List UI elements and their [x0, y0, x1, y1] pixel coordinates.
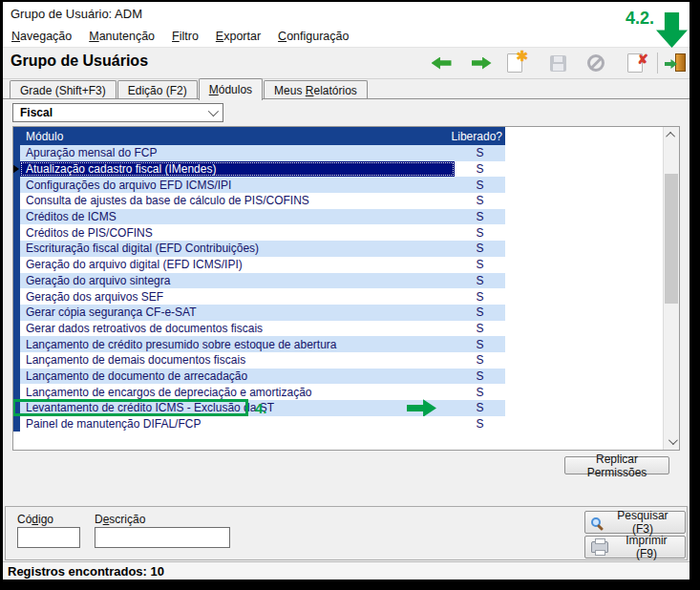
- table-row[interactable]: Escrituração fiscal digital (EFD Contrib…: [13, 241, 679, 257]
- module-cell[interactable]: Gerar dados retroativos de documentos fi…: [20, 321, 455, 337]
- scroll-up-button[interactable]: [664, 127, 679, 143]
- row-indicator: [13, 241, 20, 257]
- descricao-input[interactable]: [95, 527, 230, 548]
- liberado-cell: S: [455, 400, 505, 416]
- table-row[interactable]: Atualização cadastro fiscal (IMendes)S: [13, 161, 679, 178]
- row-filler: [505, 321, 679, 337]
- table-row[interactable]: Configurações do arquivo EFD ICMS/IPIS: [13, 177, 679, 193]
- table-row[interactable]: Créditos de PIS/COFINSS: [13, 224, 679, 241]
- tab-edicao[interactable]: Edição (F2): [117, 80, 198, 99]
- liberado-cell: S: [455, 224, 505, 241]
- cancel-button[interactable]: [584, 51, 607, 75]
- column-header-liberado[interactable]: Liberado?: [455, 127, 505, 145]
- module-cell[interactable]: Geração do arquivo sintegra: [20, 273, 455, 289]
- category-filter-select[interactable]: Fiscal: [12, 103, 223, 122]
- table-row[interactable]: Painel de manutenção DIFAL/FCPS: [13, 416, 679, 432]
- modules-tab-page: Fiscal Módulo Liberado? Apuração mensal …: [3, 98, 689, 506]
- row-indicator: [13, 400, 20, 416]
- module-cell[interactable]: Lançamento de documento de arrecadação: [20, 369, 455, 385]
- module-cell[interactable]: Geração do arquivo digital (EFD ICMS/IPI…: [20, 257, 455, 273]
- module-cell[interactable]: Lançamento de encargos de depreciação e …: [20, 384, 455, 400]
- replicar-permissoes-button[interactable]: Replicar Permissões: [564, 456, 669, 474]
- previous-record-button[interactable]: [430, 51, 453, 75]
- module-cell[interactable]: Créditos de PIS/COFINS: [20, 224, 455, 241]
- search-panel: Código Descrição Pesquisar (F3) Imprimir…: [5, 506, 688, 560]
- table-row[interactable]: Gerar dados retroativos de documentos fi…: [13, 321, 679, 337]
- table-row[interactable]: Consulta de ajustes da base de cálculo d…: [13, 193, 679, 209]
- table-row[interactable]: Geração dos arquivos SEFS: [13, 288, 679, 305]
- module-cell[interactable]: Escrituração fiscal digital (EFD Contrib…: [20, 241, 455, 257]
- liberado-cell: S: [455, 273, 505, 289]
- descricao-label: Descrição: [95, 513, 145, 526]
- row-indicator: [13, 161, 20, 178]
- tab-grade[interactable]: Grade (Shift+F3): [10, 80, 117, 99]
- liberado-cell: S: [455, 241, 505, 257]
- module-cell[interactable]: Apuração mensal do FCP: [20, 145, 455, 161]
- category-filter-value: Fiscal: [20, 106, 53, 119]
- new-record-button[interactable]: [503, 51, 526, 75]
- table-row[interactable]: Geração do arquivo digital (EFD ICMS/IPI…: [13, 257, 679, 273]
- module-cell[interactable]: Lançamento de crédito presumido sobre es…: [20, 336, 455, 352]
- module-cell[interactable]: Lançamento de demais documentos fiscais: [20, 352, 455, 369]
- vertical-scrollbar[interactable]: [663, 127, 679, 450]
- delete-record-button[interactable]: [624, 51, 647, 75]
- table-row[interactable]: Lançamento de crédito presumido sobre es…: [13, 336, 679, 352]
- module-cell[interactable]: Atualização cadastro fiscal (IMendes): [20, 161, 455, 178]
- liberado-cell: S: [455, 321, 505, 337]
- table-row[interactable]: Levantamento de crédito ICMS - Exclusão …: [13, 400, 679, 416]
- imprimir-label: Imprimir (F9): [614, 534, 679, 560]
- table-row[interactable]: Lançamento de encargos de depreciação e …: [13, 384, 679, 400]
- menu-navegacao[interactable]: Navegação: [3, 26, 80, 47]
- module-cell[interactable]: Configurações do arquivo EFD ICMS/IPI: [20, 177, 455, 193]
- arrow-left-icon: [432, 57, 452, 70]
- table-row[interactable]: Geração do arquivo sintegraS: [13, 273, 679, 289]
- arrow-right-icon: [472, 57, 492, 70]
- module-cell[interactable]: Créditos de ICMS: [20, 209, 455, 225]
- tab-modulos[interactable]: Módulos: [199, 78, 263, 100]
- table-row[interactable]: Gerar cópia segurança CF-e-SATS: [13, 305, 679, 321]
- liberado-cell: S: [455, 384, 505, 400]
- menu-configuracao[interactable]: Configuração: [269, 26, 357, 47]
- column-header-modulo[interactable]: Módulo: [20, 127, 455, 145]
- module-cell[interactable]: Consulta de ajustes da base de cálculo d…: [20, 193, 455, 209]
- row-indicator: [13, 209, 20, 225]
- chevron-up-icon: [666, 132, 675, 141]
- save-button[interactable]: [546, 51, 569, 75]
- scrollbar-thumb[interactable]: [665, 174, 678, 304]
- row-filler: [505, 209, 679, 225]
- menu-filtro[interactable]: Filtro: [163, 26, 207, 47]
- exit-button[interactable]: [665, 51, 688, 75]
- menu-exportar[interactable]: Exportar: [207, 26, 269, 47]
- pesquisar-button[interactable]: Pesquisar (F3): [584, 511, 686, 534]
- liberado-cell: S: [455, 336, 505, 352]
- row-filler: [505, 145, 679, 161]
- cancel-icon: [587, 54, 605, 72]
- app-window: Grupo de Usuário: ADM Navegação Manutenç…: [3, 2, 689, 579]
- table-row[interactable]: Créditos de ICMSS: [13, 209, 679, 225]
- module-cell[interactable]: Geração dos arquivos SEF: [20, 288, 455, 305]
- next-record-button[interactable]: [470, 51, 493, 75]
- table-row[interactable]: Lançamento de documento de arrecadaçãoS: [13, 369, 679, 385]
- module-cell[interactable]: Painel de manutenção DIFAL/FCP: [20, 416, 455, 432]
- liberado-cell: S: [455, 257, 505, 273]
- liberado-cell: S: [455, 352, 505, 369]
- menu-manutencao[interactable]: Manutenção: [80, 26, 163, 47]
- modules-grid: Módulo Liberado? Apuração mensal do FCPS…: [12, 126, 680, 451]
- scroll-down-button[interactable]: [664, 433, 679, 450]
- table-row[interactable]: Lançamento de demais documentos fiscaisS: [13, 352, 679, 369]
- title-bar: Grupo de Usuário: ADM: [3, 2, 689, 26]
- new-page-icon: [507, 53, 522, 73]
- row-indicator: [13, 352, 20, 369]
- module-cell[interactable]: Levantamento de crédito ICMS - Exclusão …: [20, 400, 455, 416]
- imprimir-button[interactable]: Imprimir (F9): [584, 536, 686, 558]
- table-row[interactable]: Apuração mensal do FCPS: [13, 145, 679, 161]
- tab-meus-relatorios[interactable]: Meus Relatórios: [264, 80, 368, 99]
- row-filler: [505, 336, 679, 352]
- chevron-down-icon: [208, 106, 219, 116]
- module-cell[interactable]: Gerar cópia segurança CF-e-SAT: [20, 305, 455, 321]
- codigo-input[interactable]: [17, 527, 80, 548]
- row-indicator: [13, 336, 20, 352]
- toolbar: Grupo de Usuários: [3, 48, 689, 79]
- save-floppy-icon: [550, 55, 566, 72]
- liberado-cell: S: [455, 416, 505, 432]
